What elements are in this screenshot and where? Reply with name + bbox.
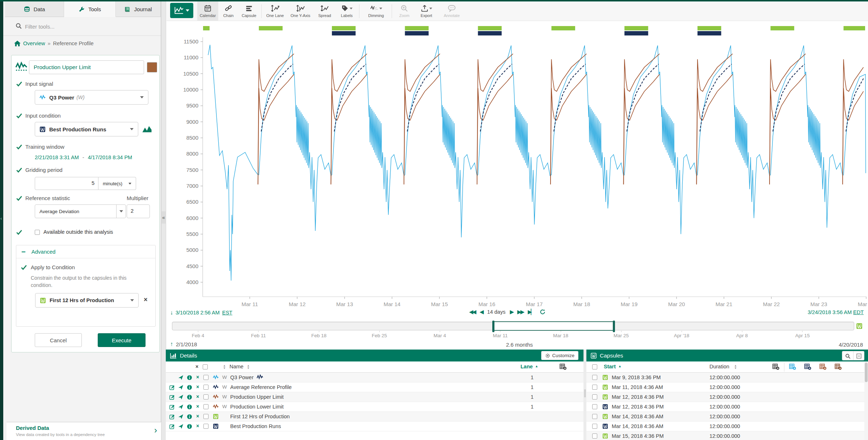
row-checkbox[interactable] — [592, 404, 597, 409]
row-checkbox[interactable] — [203, 414, 208, 419]
training-end-link[interactable]: 4/17/2018 8:34 PM — [88, 155, 132, 160]
filter-tools-input[interactable] — [25, 21, 148, 31]
capsule-bar[interactable] — [332, 26, 356, 30]
capsule-row[interactable]: Mar 11, 2018 4:36 AM12:00:00.000 — [586, 382, 868, 392]
column-start-header[interactable]: Start — [604, 364, 616, 369]
info-icon[interactable] — [187, 394, 192, 400]
trend-chart[interactable]: 1150011000105001000095009000850080007500… — [167, 21, 868, 308]
input-condition-select[interactable]: Best Production Runs — [35, 122, 138, 136]
pin-to-trend-icon[interactable] — [178, 424, 184, 429]
sort-icon[interactable]: ▲▼ — [734, 364, 737, 369]
remove-item-icon[interactable]: × — [196, 374, 199, 380]
capsule-bar[interactable] — [259, 26, 283, 30]
toolbar-annotate-button[interactable]: Annotate — [439, 1, 465, 21]
pin-to-trend-icon[interactable] — [178, 394, 184, 400]
row-checkbox[interactable] — [203, 404, 208, 409]
collapsed-panel-strip[interactable]: ‹ — [0, 0, 3, 440]
execute-button[interactable]: Execute — [98, 333, 146, 347]
row-checkbox[interactable] — [203, 385, 208, 390]
edit-icon[interactable] — [169, 404, 175, 410]
edit-icon[interactable] — [169, 424, 175, 429]
capsule-bar[interactable] — [551, 26, 575, 30]
row-checkbox[interactable] — [592, 414, 597, 419]
range-start-timezone[interactable]: EST — [222, 310, 232, 316]
range-duration[interactable]: 14 days — [487, 309, 506, 315]
step-forward-half-icon[interactable]: ▶ — [510, 309, 513, 315]
remove-item-icon[interactable]: × — [196, 423, 199, 429]
multiplier-input[interactable]: 2 — [127, 204, 150, 218]
toolbar-chain-button[interactable]: Chain — [219, 1, 238, 21]
row-checkbox[interactable] — [592, 375, 597, 380]
row-checkbox[interactable] — [592, 385, 597, 390]
scrubber-track[interactable] — [172, 322, 854, 330]
capsule-bar[interactable] — [771, 26, 795, 30]
gridding-period-input[interactable]: 5 — [35, 177, 98, 190]
capsule-bar[interactable] — [698, 26, 721, 30]
info-icon[interactable] — [187, 424, 192, 429]
select-all-checkbox[interactable] — [592, 364, 597, 369]
column-duration-header[interactable]: Duration — [709, 364, 729, 369]
row-checkbox[interactable] — [203, 375, 208, 380]
toolbar-zoom-button[interactable]: Zoom — [395, 1, 414, 21]
toolbar-spread-button[interactable]: Spread — [314, 1, 335, 21]
training-start-link[interactable]: 2/21/2018 3:31 AM — [35, 155, 79, 160]
capsule-bar[interactable] — [405, 26, 429, 30]
row-checkbox[interactable] — [203, 394, 208, 399]
cancel-button[interactable]: Cancel — [35, 333, 82, 347]
remove-item-icon[interactable]: × — [196, 403, 199, 409]
pin-to-trend-icon[interactable] — [178, 404, 184, 410]
table-row[interactable]: ×First 12 Hrs of Production — [166, 412, 583, 422]
info-icon[interactable] — [187, 385, 192, 390]
refresh-icon[interactable] — [540, 309, 545, 315]
column-lane-header[interactable]: Lane — [521, 364, 533, 369]
range-end[interactable]: 3/24/2018 3:56 AM EDT — [808, 309, 864, 315]
capsule-row[interactable]: Mar 14, 2018 4:36 AM12:00:00.000 — [586, 412, 868, 422]
add-stat-column-icon[interactable] — [835, 363, 842, 370]
scrubber-selection[interactable] — [493, 321, 614, 331]
color-swatch-button[interactable] — [147, 62, 157, 72]
toolbar-export-button[interactable]: Export — [415, 1, 438, 21]
info-icon[interactable] — [187, 375, 192, 380]
apply-to-condition-select[interactable]: First 12 Hrs of Production — [35, 293, 139, 308]
capsule-row[interactable]: Mar 12, 2018 4:36 PM12:00:00.000 — [586, 392, 868, 402]
scrollbar[interactable] — [864, 361, 868, 440]
collapse-sidebar-button[interactable]: « — [161, 211, 166, 224]
sort-icon[interactable]: ▲▼ — [223, 364, 226, 369]
splitter-grip-icon[interactable] — [584, 389, 586, 397]
add-column-icon[interactable] — [560, 363, 566, 370]
add-stat-column-icon[interactable] — [789, 363, 796, 370]
step-to-end-icon[interactable]: ▶▏ — [528, 309, 534, 315]
toolbar-one-y-axis-button[interactable]: One Y-Axis — [287, 1, 313, 21]
add-stat-column-icon[interactable] — [819, 363, 826, 370]
tab-journal[interactable]: Journal — [116, 1, 161, 17]
step-back-full-icon[interactable]: ◀◀ — [469, 309, 475, 315]
area-chart-icon-button[interactable] — [142, 125, 152, 134]
edit-icon[interactable] — [169, 394, 175, 400]
gridding-unit-select[interactable]: minute(s) — [98, 177, 136, 190]
available-outside-checkbox[interactable] — [35, 230, 40, 235]
toolbar-one-lane-button[interactable]: One Lane — [264, 1, 287, 21]
search-capsules-icon[interactable] — [842, 351, 853, 360]
input-signal-select[interactable]: Q3 Power (W) — [35, 90, 148, 105]
capsule-bar[interactable] — [698, 31, 721, 35]
advanced-header[interactable]: − Advanced — [16, 245, 155, 258]
step-forward-full-icon[interactable]: ▶▶ — [517, 309, 523, 315]
table-row[interactable]: ×Best Production Runs — [166, 422, 583, 431]
derived-data-footer[interactable]: Derived Data View data created by tools … — [7, 422, 164, 440]
sort-icon[interactable]: ▲▼ — [247, 364, 250, 369]
reference-statistic-select[interactable]: Average Deviation — [35, 204, 126, 218]
investigate-end-value[interactable]: 4/20/2018 — [839, 342, 863, 348]
clear-condition-button[interactable]: × — [144, 296, 148, 304]
condition-icon[interactable] — [856, 323, 863, 329]
scrollbar-thumb[interactable] — [865, 363, 868, 382]
add-stat-column-icon[interactable] — [772, 363, 779, 370]
remove-item-icon[interactable]: × — [196, 384, 199, 390]
capsule-bar[interactable] — [203, 26, 210, 30]
capsule-bar[interactable] — [405, 31, 429, 35]
tool-name-input[interactable] — [29, 60, 144, 74]
toolbar-calendar-button[interactable]: Calendar — [197, 1, 218, 21]
capsule-bar[interactable] — [478, 31, 502, 35]
capsule-bar[interactable] — [332, 31, 356, 35]
add-stat-column-icon[interactable] — [804, 363, 811, 370]
collapse-panel-icon[interactable] — [853, 351, 864, 360]
